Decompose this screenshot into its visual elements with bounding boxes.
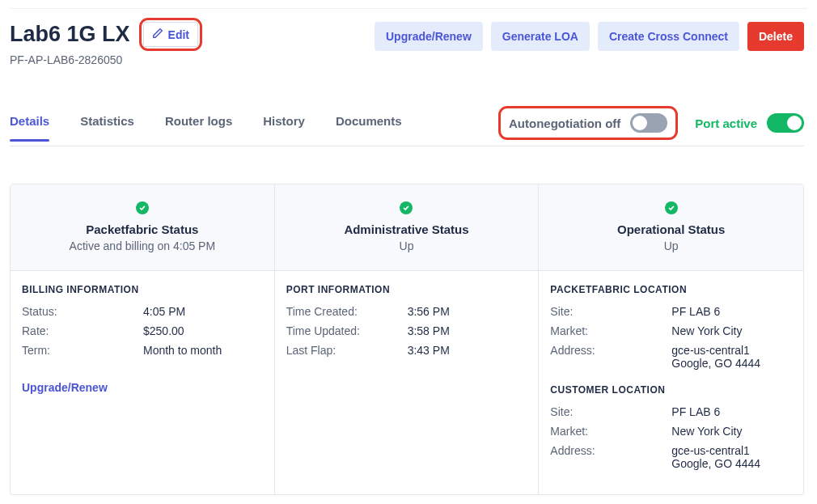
label: Time Updated: (286, 324, 408, 337)
value: 3:58 PM (408, 324, 527, 337)
tab-statistics[interactable]: Statistics (80, 114, 134, 141)
pencil-icon (152, 28, 163, 41)
section-heading: PACKETFABRIC LOCATION (550, 284, 792, 295)
value: gce-us-central1 Google, GO 4444 (671, 344, 792, 370)
label: Address: (550, 344, 671, 370)
edit-button[interactable]: Edit (143, 22, 198, 47)
status-title: Administrative Status (288, 222, 526, 236)
value: 3:43 PM (408, 344, 527, 357)
tab-details[interactable]: Details (10, 114, 49, 141)
status-sub: Active and billing on 4:05 PM (23, 239, 261, 252)
label: Last Flap: (286, 344, 408, 357)
label: Status: (22, 305, 143, 318)
status-card-packetfabric: Packetfabric Status Active and billing o… (11, 184, 275, 270)
value: New York City (671, 324, 792, 337)
value: PF LAB 6 (671, 405, 792, 418)
label: Site: (550, 405, 671, 418)
autonegotiation-toggle[interactable] (630, 113, 667, 133)
upgrade-renew-link[interactable]: Upgrade/Renew (22, 381, 108, 394)
location-information: PACKETFABRIC LOCATION Site:PF LAB 6 Mark… (539, 271, 803, 494)
label: Market: (550, 324, 671, 337)
status-sub: Up (288, 239, 526, 252)
port-active-toggle[interactable] (767, 113, 804, 133)
generate-loa-button[interactable]: Generate LOA (491, 22, 590, 51)
label: Market: (550, 425, 671, 438)
value: PF LAB 6 (671, 305, 792, 318)
value: gce-us-central1 Google, GO 4444 (671, 444, 792, 470)
label: Address: (550, 444, 671, 470)
label: Term: (22, 344, 143, 357)
tab-router-logs[interactable]: Router logs (165, 114, 232, 141)
value: $250.00 (143, 324, 263, 337)
info-grid: BILLING INFORMATION Status:4:05 PM Rate:… (10, 271, 804, 495)
tab-documents[interactable]: Documents (336, 114, 402, 141)
upgrade-renew-button[interactable]: Upgrade/Renew (375, 22, 483, 51)
edit-highlight: Edit (142, 20, 200, 49)
status-title: Operational Status (552, 222, 790, 236)
tab-history[interactable]: History (263, 114, 305, 141)
status-card-operational: Operational Status Up (539, 184, 803, 270)
value: New York City (671, 425, 792, 438)
autonegotiation-label: Autonegotiation off (509, 116, 620, 130)
port-information: PORT INFORMATION Time Created:3:56 PM Ti… (275, 271, 540, 494)
label: Rate: (22, 324, 143, 337)
resource-id: PF-AP-LAB6-2826050 (10, 53, 200, 66)
page-title: Lab6 1G LX (10, 21, 130, 47)
edit-label: Edit (168, 28, 189, 41)
delete-button[interactable]: Delete (747, 22, 804, 51)
section-heading: PORT INFORMATION (286, 284, 527, 295)
status-cards: Packetfabric Status Active and billing o… (10, 184, 804, 271)
status-sub: Up (552, 239, 790, 252)
label: Time Created: (286, 305, 408, 318)
section-heading: BILLING INFORMATION (22, 284, 263, 295)
section-heading: CUSTOMER LOCATION (550, 384, 792, 396)
value: 3:56 PM (408, 305, 527, 318)
value: 4:05 PM (143, 305, 263, 318)
port-active-label: Port active (695, 116, 757, 130)
autoneg-highlight: Autonegotiation off (501, 108, 675, 138)
label: Site: (550, 305, 671, 318)
check-icon (665, 201, 678, 214)
status-card-administrative: Administrative Status Up (275, 184, 540, 270)
status-title: Packetfabric Status (23, 222, 261, 236)
value: Month to month (143, 344, 263, 357)
check-icon (400, 201, 413, 214)
create-cross-connect-button[interactable]: Create Cross Connect (598, 22, 739, 51)
check-icon (136, 201, 149, 214)
billing-information: BILLING INFORMATION Status:4:05 PM Rate:… (11, 271, 275, 494)
